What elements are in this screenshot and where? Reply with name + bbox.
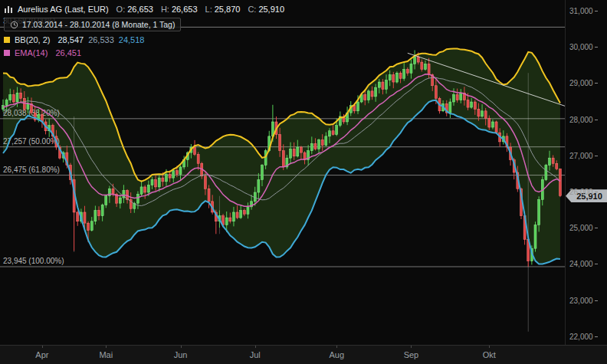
candle-body xyxy=(293,149,295,156)
price-axis-label: 24,000 xyxy=(569,260,598,268)
ohlc-high-value: 26,653 xyxy=(172,5,198,14)
ohlc-open-label: O: xyxy=(116,5,126,14)
candle-body xyxy=(282,151,284,167)
candle-body xyxy=(300,147,302,152)
candle-body xyxy=(367,91,369,100)
indicator-legend: BB(20, 2)28,54726,53324,518EMA(14)26,451 xyxy=(4,33,284,59)
price-axis-label: 22,000 xyxy=(569,333,598,341)
candle-body xyxy=(435,86,437,99)
candle-body xyxy=(27,103,29,109)
price-axis-tick xyxy=(595,336,598,337)
candle-body xyxy=(12,95,15,102)
candle-body xyxy=(495,122,497,133)
price-axis-label: 27,000 xyxy=(569,152,598,160)
candle-body xyxy=(538,199,540,225)
price-axis-label: 28,000 xyxy=(569,116,598,124)
indicator-value: 28,547 xyxy=(57,35,84,44)
candle-body xyxy=(247,207,249,214)
candle-body xyxy=(449,102,451,113)
candle-body xyxy=(136,194,139,203)
candle-body xyxy=(389,75,391,80)
clock-icon xyxy=(10,21,18,29)
candle-body xyxy=(353,106,356,111)
candle-body xyxy=(364,95,366,100)
ohlc-high: H:26,653 xyxy=(161,5,198,14)
candle-body xyxy=(162,178,164,182)
price-axis-label: 23,000 xyxy=(569,297,598,305)
candle-body xyxy=(94,211,97,221)
candle-body xyxy=(484,111,487,118)
price-axis-tick xyxy=(595,11,598,11)
candle-body xyxy=(204,176,206,189)
price-axis-label: 29,000 xyxy=(569,79,598,87)
indicator-legend-ema[interactable]: EMA(14)26,451 xyxy=(4,46,284,59)
candle-body xyxy=(467,100,469,107)
date-range-label: 17.03.2014 - 28.10.2014 (8 Monate, 1 Tag… xyxy=(22,20,175,29)
candle-body xyxy=(179,167,182,174)
candle-body xyxy=(453,95,455,102)
fib-level-label: 23,945 (100.00%) xyxy=(3,257,64,265)
candle-body xyxy=(421,62,423,69)
instrument-icon xyxy=(4,5,13,14)
candle-body xyxy=(328,131,330,136)
time-axis-tick xyxy=(255,346,256,348)
candle-body xyxy=(314,143,317,149)
candle-body xyxy=(534,225,536,248)
candle-body xyxy=(318,140,320,149)
candle-body xyxy=(382,82,384,89)
candle-body xyxy=(243,211,245,215)
time-axis[interactable]: AprMaiJunJulAugSepOkt xyxy=(0,345,607,364)
candle-body xyxy=(105,196,107,205)
price-axis[interactable]: 25,910 31,00030,00029,00028,00027,00026,… xyxy=(565,0,607,345)
indicator-name: BB(20, 2) xyxy=(15,35,50,44)
candle-body xyxy=(403,70,405,79)
indicator-swatch-icon xyxy=(4,37,10,43)
candle-body xyxy=(16,93,18,102)
candle-body xyxy=(264,151,267,166)
time-axis-tick xyxy=(411,346,412,348)
candle-body xyxy=(197,154,199,163)
candle-body xyxy=(481,111,484,116)
price-axis-label: 25,000 xyxy=(569,224,598,232)
candle-body xyxy=(399,73,402,78)
price-axis-tick xyxy=(595,228,598,228)
time-axis-tick xyxy=(336,346,337,348)
candle-body xyxy=(77,212,79,221)
ohlc-low-label: L: xyxy=(205,5,212,14)
ohlc-high-label: H: xyxy=(161,5,169,14)
candle-body xyxy=(155,179,157,186)
candle-body xyxy=(410,64,412,73)
candle-body xyxy=(165,174,167,181)
candle-body xyxy=(332,131,334,135)
candle-body xyxy=(491,122,494,127)
indicator-legend-bollinger[interactable]: BB(20, 2)28,54726,53324,518 xyxy=(4,33,284,46)
price-axis-tick xyxy=(595,83,598,84)
time-axis-label-mai: Mai xyxy=(99,350,113,359)
candle-body xyxy=(225,218,228,225)
time-axis-tick xyxy=(106,346,107,348)
candle-body xyxy=(321,140,323,146)
candle-body xyxy=(279,134,281,150)
ohlc-low-value: 25,870 xyxy=(215,5,241,14)
candle-body xyxy=(456,95,458,100)
ohlc-open: O:26,653 xyxy=(116,5,153,14)
candle-body xyxy=(556,163,558,169)
date-range-chip[interactable]: 17.03.2014 - 28.10.2014 (8 Monate, 1 Tag… xyxy=(4,18,181,31)
candle-body xyxy=(176,171,178,175)
candle-body xyxy=(375,87,377,97)
candle-body xyxy=(471,102,473,107)
chart-window: 30,568 (0.00%)28,038 (38.20%)27,257 (50.… xyxy=(0,0,607,364)
candle-body xyxy=(477,109,480,116)
candle-body xyxy=(119,198,121,203)
candle-body xyxy=(261,166,263,180)
candle-body xyxy=(549,158,551,165)
candle-body xyxy=(172,171,175,178)
candle-body xyxy=(144,187,146,192)
candle-body xyxy=(559,169,561,195)
candle-body xyxy=(169,174,171,178)
candle-body xyxy=(386,80,388,90)
ohlc-close-label: C: xyxy=(248,5,256,14)
ohlc-close-value: 25,910 xyxy=(258,5,284,14)
price-axis-label: 26,000 xyxy=(569,188,598,196)
candle-body xyxy=(112,189,114,194)
